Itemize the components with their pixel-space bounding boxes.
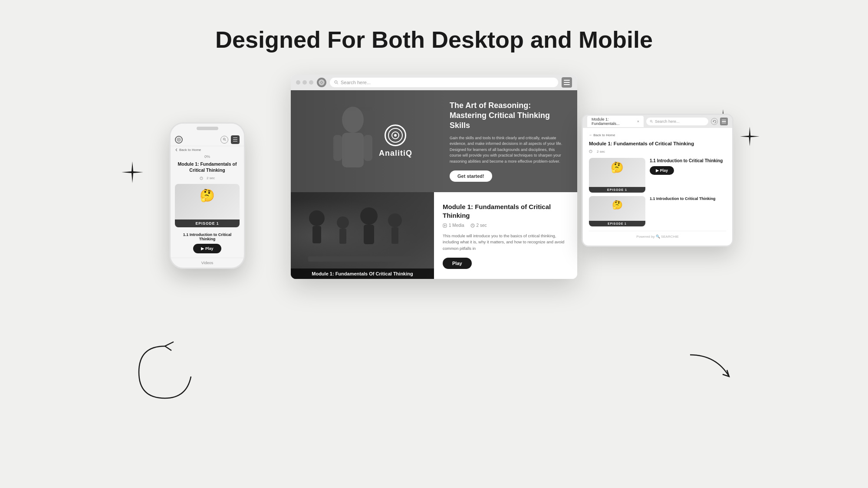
svg-line-31 [652,122,653,123]
svg-point-9 [309,210,325,226]
hero-logo-name: AnalitiQ [379,149,412,158]
svg-line-4 [337,83,339,85]
module-title: Module 1: Fundamentals of Critical Think… [443,203,569,219]
module-description: This module will introduce you to the ba… [443,233,569,252]
svg-rect-14 [364,225,374,244]
page-title: Designed For Both Desktop and Mobile [215,26,653,53]
time-duration: 2 sec [470,223,487,228]
svg-point-3 [335,81,337,83]
mobile-menu-button[interactable] [231,135,240,144]
episode-emoji: 🤔 [200,188,215,203]
tablet-episode-row-2: 🤔 EPISODE 1 1.1 Introduction to Critical… [589,196,726,226]
svg-point-30 [650,120,652,122]
svg-point-5 [342,107,364,133]
episode-badge: EPISODE 1 [175,219,240,227]
mobile-nav [171,133,244,146]
get-started-button[interactable]: Get started! [450,170,492,182]
mobile-play-wrapper: ▶ Play [171,243,244,254]
svg-marker-32 [713,121,714,122]
svg-rect-12 [339,229,346,244]
mobile-back-btn[interactable]: Back to Home [171,146,244,154]
tablet-device: Module 1: Fundamentals... × Search here.… [582,114,733,247]
browser-search[interactable]: Search here... [330,78,558,87]
media-count: 1 Media [443,223,464,228]
tablet-search[interactable]: Search here... [646,118,708,125]
browser-dots [296,80,313,85]
tablet-play-button-1[interactable]: ▶ Play [650,166,674,175]
mobile-notch [171,124,244,133]
svg-line-27 [225,140,226,141]
mobile-icons [220,135,240,144]
svg-point-26 [223,138,225,140]
tablet-back-btn[interactable]: ← Back to Home [589,133,726,137]
star-deco-left [122,161,143,187]
hero-title: The Art of Reasoning: Mastering Critical… [450,101,564,131]
menu-line-3 [564,84,570,85]
tablet-menu-button[interactable] [720,118,728,125]
tablet-search-text: Search here... [655,119,680,124]
tab-close[interactable]: × [637,119,639,124]
tablet-episode-row-1: 🤔 EPISODE 1 1.1 Introduction to Critical… [589,158,726,193]
browser-logo [317,78,326,87]
tablet-bar: Module 1: Fundamentals... × Search here.… [583,115,732,128]
browser-menu-button[interactable] [562,77,572,88]
search-placeholder: Search here... [341,80,371,85]
tablet-episode-badge-2: EPISODE 1 [589,221,645,226]
svg-rect-7 [333,135,342,161]
deco-arrow [686,350,742,396]
svg-rect-6 [342,133,364,167]
menu-line [233,141,237,142]
browser-dot-1 [296,80,300,85]
star-deco-right-1 [740,127,760,150]
svg-point-25 [178,139,179,140]
tablet-icons [711,118,728,125]
svg-rect-17 [308,256,412,262]
hero-description: Gain the skills and tools to think clear… [450,135,564,165]
svg-rect-10 [312,226,321,243]
module-image: Module 1: Fundamentals Of Critical Think… [291,192,434,279]
svg-line-22 [473,226,473,226]
mobile-thumbnail: 🤔 EPISODE 1 [175,184,240,227]
mobile-phone: Back to Home 0% Module 1: Fundamentals o… [169,122,245,269]
mobile-module-title: Module 1: Fundamentals of Critical Think… [171,160,244,175]
mobile-lesson-title: 1.1 Introduction to Critical Thinking [171,230,244,243]
tablet-tab[interactable]: Module 1: Fundamentals... × [587,116,644,127]
module-info: Module 1: Fundamentals of Critical Think… [434,192,577,279]
hero-content: The Art of Reasoning: Mastering Critical… [450,101,564,182]
browser-bar: Search here... [291,75,577,90]
module-meta: 1 Media 2 sec [443,223,569,228]
browser-dot-2 [302,80,307,85]
hero-logo: AnalitiQ [379,124,412,158]
svg-point-11 [337,216,349,229]
svg-point-13 [360,207,378,225]
menu-line-1 [564,80,570,81]
tablet-meta: 2 sec [589,150,726,154]
tablet-episode-badge-1: EPISODE 1 [589,187,645,193]
svg-rect-16 [391,227,398,244]
tablet-episode-title-1: 1.1 Introduction to Critical Thinking [650,158,726,164]
hero-logo-icon [385,124,406,146]
hero-statue-bg: AnalitiQ [291,90,448,192]
tablet-content: ← Back to Home Module 1: Fundamentals of… [583,128,732,246]
mobile-module-meta: 2 sec [171,175,244,181]
desktop-browser: Search here... [291,75,577,279]
mobile-progress: 0% [171,154,244,160]
mobile-play-button[interactable]: ▶ Play [193,244,221,253]
mobile-search-icon[interactable] [220,136,228,144]
desktop-module-section: Module 1: Fundamentals Of Critical Think… [291,192,577,279]
desktop-play-button[interactable]: Play [443,258,472,269]
svg-rect-8 [364,135,372,161]
tablet-refresh-icon[interactable] [711,118,718,125]
tablet-thumb-1: 🤔 EPISODE 1 [589,158,645,193]
module-caption: Module 1: Fundamentals Of Critical Think… [291,269,434,279]
menu-line-2 [564,82,570,83]
svg-point-2 [321,82,322,83]
tablet-episode-info-1: 1.1 Introduction to Critical Thinking ▶ … [650,158,726,175]
tablet-episode-info-2: 1.1 Introduction to Critical Thinking [650,196,716,202]
tablet-module-title: Module 1: Fundamentals of Critical Think… [589,141,726,147]
desktop-hero: AnalitiQ The Art of Reasoning: Mastering… [291,90,577,192]
devices-wrapper: Search here... [195,75,673,430]
menu-line [233,138,237,138]
mobile-videos-tab[interactable]: Videos [171,258,244,268]
chess-bg [291,192,434,279]
